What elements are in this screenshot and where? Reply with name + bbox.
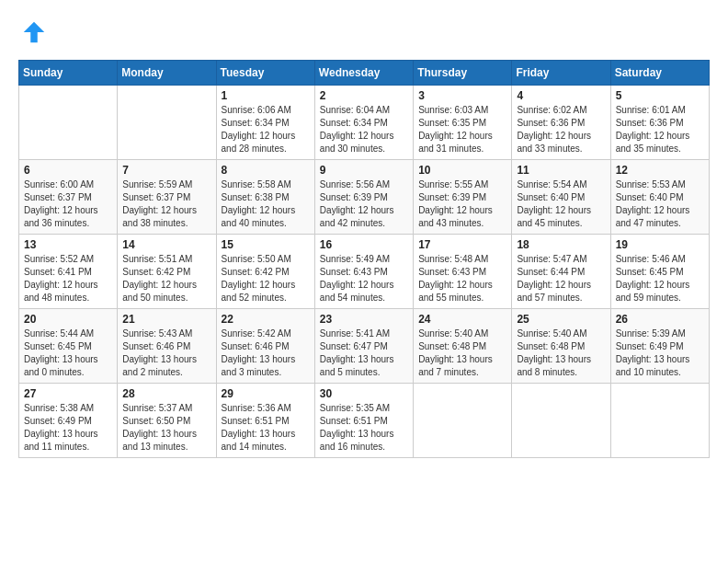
day-number: 6 — [24, 164, 112, 177]
calendar-cell: 9Sunrise: 5:56 AMSunset: 6:39 PMDaylight… — [314, 160, 413, 235]
calendar-body: 1Sunrise: 6:06 AMSunset: 6:34 PMDaylight… — [19, 86, 710, 458]
week-row-4: 20Sunrise: 5:44 AMSunset: 6:45 PMDayligh… — [19, 309, 710, 384]
calendar-cell: 24Sunrise: 5:40 AMSunset: 6:48 PMDayligh… — [414, 309, 512, 384]
page-header — [18, 18, 710, 46]
weekday-tuesday: Tuesday — [216, 61, 314, 86]
day-number: 2 — [320, 89, 408, 102]
day-number: 19 — [616, 238, 704, 251]
calendar-cell: 29Sunrise: 5:36 AMSunset: 6:51 PMDayligh… — [216, 384, 314, 458]
day-number: 30 — [320, 387, 408, 400]
svg-marker-0 — [24, 22, 45, 43]
day-number: 27 — [24, 387, 112, 400]
day-number: 26 — [616, 313, 704, 326]
day-info: Sunrise: 6:00 AMSunset: 6:37 PMDaylight:… — [24, 178, 112, 230]
week-row-5: 27Sunrise: 5:38 AMSunset: 6:49 PMDayligh… — [19, 384, 710, 458]
day-number: 4 — [517, 89, 605, 102]
calendar-cell: 7Sunrise: 5:59 AMSunset: 6:37 PMDaylight… — [118, 160, 216, 235]
calendar-cell — [414, 384, 512, 458]
logo — [18, 18, 48, 46]
weekday-header-row: SundayMondayTuesdayWednesdayThursdayFrid… — [19, 61, 710, 86]
calendar-cell: 22Sunrise: 5:42 AMSunset: 6:46 PMDayligh… — [216, 309, 314, 384]
day-number: 8 — [222, 164, 310, 177]
day-number: 17 — [418, 238, 506, 251]
weekday-monday: Monday — [118, 61, 216, 86]
weekday-thursday: Thursday — [414, 61, 512, 86]
weekday-friday: Friday — [512, 61, 610, 86]
day-number: 18 — [517, 238, 605, 251]
calendar-cell: 3Sunrise: 6:03 AMSunset: 6:35 PMDaylight… — [414, 86, 512, 160]
day-number: 10 — [418, 164, 506, 177]
calendar-cell: 26Sunrise: 5:39 AMSunset: 6:49 PMDayligh… — [610, 309, 709, 384]
day-number: 16 — [320, 238, 408, 251]
day-number: 21 — [122, 313, 210, 326]
calendar-cell: 10Sunrise: 5:55 AMSunset: 6:39 PMDayligh… — [414, 160, 512, 235]
day-number: 20 — [24, 313, 112, 326]
calendar-cell: 21Sunrise: 5:43 AMSunset: 6:46 PMDayligh… — [118, 309, 216, 384]
calendar-cell: 15Sunrise: 5:50 AMSunset: 6:42 PMDayligh… — [216, 235, 314, 309]
day-number: 1 — [222, 89, 310, 102]
calendar-cell: 17Sunrise: 5:48 AMSunset: 6:43 PMDayligh… — [414, 235, 512, 309]
day-number: 24 — [418, 313, 506, 326]
week-row-3: 13Sunrise: 5:52 AMSunset: 6:41 PMDayligh… — [19, 235, 710, 309]
day-number: 11 — [517, 164, 605, 177]
day-info: Sunrise: 5:37 AMSunset: 6:50 PMDaylight:… — [122, 402, 210, 454]
day-info: Sunrise: 5:49 AMSunset: 6:43 PMDaylight:… — [320, 253, 408, 304]
day-info: Sunrise: 6:03 AMSunset: 6:35 PMDaylight:… — [418, 104, 506, 155]
day-number: 23 — [320, 313, 408, 326]
calendar-cell: 4Sunrise: 6:02 AMSunset: 6:36 PMDaylight… — [512, 86, 610, 160]
day-info: Sunrise: 5:46 AMSunset: 6:45 PMDaylight:… — [616, 253, 704, 304]
weekday-wednesday: Wednesday — [314, 61, 413, 86]
calendar-cell: 28Sunrise: 5:37 AMSunset: 6:50 PMDayligh… — [118, 384, 216, 458]
day-number: 29 — [222, 387, 310, 400]
day-info: Sunrise: 5:40 AMSunset: 6:48 PMDaylight:… — [517, 327, 605, 379]
calendar-cell: 13Sunrise: 5:52 AMSunset: 6:41 PMDayligh… — [19, 235, 118, 309]
day-info: Sunrise: 5:55 AMSunset: 6:39 PMDaylight:… — [418, 178, 506, 230]
day-number: 3 — [418, 89, 506, 102]
day-number: 9 — [320, 164, 408, 177]
day-info: Sunrise: 5:47 AMSunset: 6:44 PMDaylight:… — [517, 253, 605, 304]
day-info: Sunrise: 5:39 AMSunset: 6:49 PMDaylight:… — [616, 327, 704, 379]
logo-icon — [20, 18, 48, 46]
calendar-cell: 6Sunrise: 6:00 AMSunset: 6:37 PMDaylight… — [19, 160, 118, 235]
day-info: Sunrise: 5:53 AMSunset: 6:40 PMDaylight:… — [616, 178, 704, 230]
day-info: Sunrise: 5:58 AMSunset: 6:38 PMDaylight:… — [222, 178, 310, 230]
day-info: Sunrise: 5:48 AMSunset: 6:43 PMDaylight:… — [418, 253, 506, 304]
day-number: 14 — [122, 238, 210, 251]
calendar-cell — [19, 86, 118, 160]
week-row-2: 6Sunrise: 6:00 AMSunset: 6:37 PMDaylight… — [19, 160, 710, 235]
day-info: Sunrise: 5:44 AMSunset: 6:45 PMDaylight:… — [24, 327, 112, 379]
calendar-cell: 30Sunrise: 5:35 AMSunset: 6:51 PMDayligh… — [314, 384, 413, 458]
day-info: Sunrise: 5:35 AMSunset: 6:51 PMDaylight:… — [320, 402, 408, 454]
day-info: Sunrise: 5:36 AMSunset: 6:51 PMDaylight:… — [222, 402, 310, 454]
day-info: Sunrise: 6:01 AMSunset: 6:36 PMDaylight:… — [616, 104, 704, 155]
calendar-cell: 16Sunrise: 5:49 AMSunset: 6:43 PMDayligh… — [314, 235, 413, 309]
calendar-cell: 19Sunrise: 5:46 AMSunset: 6:45 PMDayligh… — [610, 235, 709, 309]
day-info: Sunrise: 6:06 AMSunset: 6:34 PMDaylight:… — [222, 104, 310, 155]
calendar-cell: 18Sunrise: 5:47 AMSunset: 6:44 PMDayligh… — [512, 235, 610, 309]
day-number: 15 — [222, 238, 310, 251]
calendar-cell: 1Sunrise: 6:06 AMSunset: 6:34 PMDaylight… — [216, 86, 314, 160]
day-info: Sunrise: 5:50 AMSunset: 6:42 PMDaylight:… — [222, 253, 310, 304]
day-info: Sunrise: 5:56 AMSunset: 6:39 PMDaylight:… — [320, 178, 408, 230]
calendar-cell: 11Sunrise: 5:54 AMSunset: 6:40 PMDayligh… — [512, 160, 610, 235]
calendar-cell: 12Sunrise: 5:53 AMSunset: 6:40 PMDayligh… — [610, 160, 709, 235]
day-info: Sunrise: 5:43 AMSunset: 6:46 PMDaylight:… — [122, 327, 210, 379]
day-number: 5 — [616, 89, 704, 102]
day-number: 13 — [24, 238, 112, 251]
day-number: 22 — [222, 313, 310, 326]
week-row-1: 1Sunrise: 6:06 AMSunset: 6:34 PMDaylight… — [19, 86, 710, 160]
day-info: Sunrise: 5:38 AMSunset: 6:49 PMDaylight:… — [24, 402, 112, 454]
day-info: Sunrise: 5:42 AMSunset: 6:46 PMDaylight:… — [222, 327, 310, 379]
calendar-cell: 5Sunrise: 6:01 AMSunset: 6:36 PMDaylight… — [610, 86, 709, 160]
day-info: Sunrise: 6:02 AMSunset: 6:36 PMDaylight:… — [517, 104, 605, 155]
day-info: Sunrise: 5:41 AMSunset: 6:47 PMDaylight:… — [320, 327, 408, 379]
day-info: Sunrise: 5:54 AMSunset: 6:40 PMDaylight:… — [517, 178, 605, 230]
day-info: Sunrise: 5:59 AMSunset: 6:37 PMDaylight:… — [122, 178, 210, 230]
calendar-table: SundayMondayTuesdayWednesdayThursdayFrid… — [18, 60, 710, 458]
day-info: Sunrise: 5:51 AMSunset: 6:42 PMDaylight:… — [122, 253, 210, 304]
calendar-cell: 20Sunrise: 5:44 AMSunset: 6:45 PMDayligh… — [19, 309, 118, 384]
calendar-cell: 8Sunrise: 5:58 AMSunset: 6:38 PMDaylight… — [216, 160, 314, 235]
day-number: 7 — [122, 164, 210, 177]
calendar-cell — [512, 384, 610, 458]
calendar-cell — [118, 86, 216, 160]
